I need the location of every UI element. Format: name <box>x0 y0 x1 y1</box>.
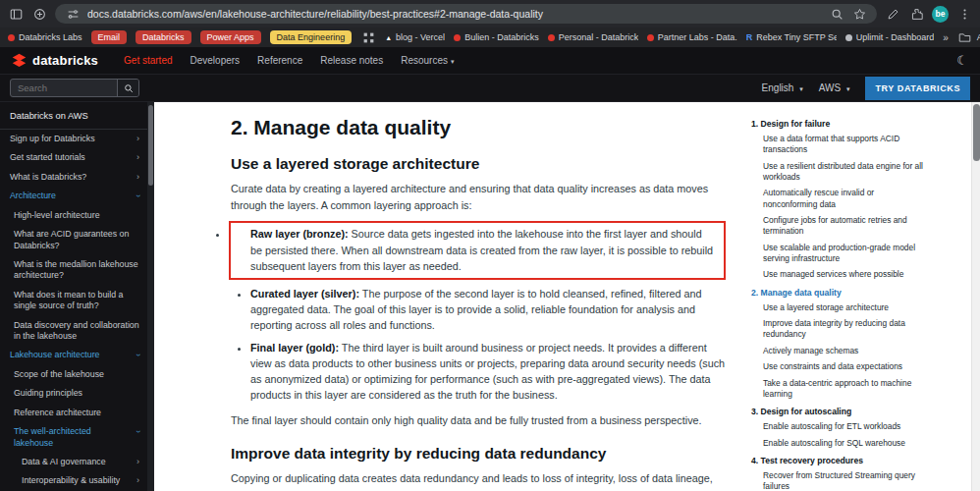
search-input[interactable] <box>11 80 117 96</box>
bookmark-partner-labs[interactable]: Partner Labs - Data... <box>647 32 737 42</box>
sidebar-item-lakehouse-architecture[interactable]: Lakehouse architecture› <box>0 346 147 364</box>
browser-window: docs.databricks.com/aws/en/lakehouse-arc… <box>0 0 980 491</box>
list-item-curated-layer: Curated layer (silver): The purpose of t… <box>250 286 726 334</box>
paragraph-intro: Curate data by creating a layered archit… <box>231 181 726 213</box>
bookmark-bulien-databricks[interactable]: Bulien - Databricks <box>454 32 539 42</box>
sidebar-item-guiding-principles[interactable]: Guiding principles <box>0 384 147 403</box>
page-body: Databricks on AWS Sign up for Databricks… <box>0 102 980 491</box>
sidebar-item-single-source-of-truth[interactable]: What does it mean to build a single sour… <box>0 286 147 316</box>
databricks-logo[interactable]: databricks <box>12 53 98 68</box>
site-nav: Get started Developers Reference Release… <box>124 55 454 66</box>
site-info-icon[interactable] <box>65 6 81 22</box>
toc-group-design-for-failure[interactable]: 1. Design for failure <box>751 119 924 129</box>
sidebar-item-get-started-tutorials[interactable]: Get started tutorials› <box>0 148 147 167</box>
language-selector[interactable]: English ▾ <box>762 82 803 93</box>
nav-get-started[interactable]: Get started <box>124 55 172 66</box>
sidebar-item-data-ai-governance[interactable]: Data & AI governance› <box>0 453 147 471</box>
sidebar-item-reference-architecture[interactable]: Reference architecture <box>0 404 147 422</box>
sidebar-item-well-architected-lakehouse[interactable]: The well-architected lakehouse› <box>0 422 147 453</box>
chevron-right-icon: › <box>136 475 139 486</box>
sidebar-item-architecture[interactable]: Architecture› <box>0 187 147 205</box>
toc-item[interactable]: Enable autoscaling for SQL warehouse <box>751 438 924 449</box>
nav-resources[interactable]: Resources▾ <box>401 55 454 66</box>
section-heading-layered-storage: Use a layered storage architecture <box>231 155 726 173</box>
list-item-final-layer: Final layer (gold): The third layer is b… <box>250 340 726 404</box>
cloud-selector[interactable]: AWS ▾ <box>819 82 850 93</box>
site-header: databricks Get started Developers Refere… <box>0 47 980 75</box>
sidebar-item-acid-guarantees[interactable]: What are ACID guarantees on Databricks? <box>0 225 147 255</box>
sidebar-scrollbar-thumb[interactable] <box>148 105 153 186</box>
toc-item[interactable]: Actively manage schemas <box>751 346 924 356</box>
bookmark-rebex-sftp[interactable]: R Rebex Tiny SFTP Ser... <box>746 32 837 42</box>
toc-item[interactable]: Use a resilient distributed data engine … <box>751 161 924 184</box>
nav-reference[interactable]: Reference <box>257 55 302 66</box>
search-icon[interactable] <box>829 6 844 22</box>
toc-item[interactable]: Automatically rescue invalid or nonconfo… <box>751 188 924 210</box>
nav-release-notes[interactable]: Release notes <box>320 55 383 66</box>
toc-item[interactable]: Improve data integrity by reducing data … <box>751 318 924 341</box>
favicon <box>454 34 461 41</box>
docs-toolbar: English ▾ AWS ▾ TRY DATABRICKS <box>0 75 980 102</box>
url-bar[interactable]: docs.databricks.com/aws/en/lakehouse-arc… <box>55 4 877 24</box>
chevron-right-icon: › <box>136 152 139 163</box>
sidebar-item-sign-up[interactable]: Sign up for Databricks› <box>0 130 147 148</box>
edit-pencil-icon[interactable] <box>885 6 900 22</box>
bookmark-uplimit-dashboard[interactable]: Uplimit - Dashboard <box>845 32 935 42</box>
sidebar-item-scope-of-lakehouse[interactable]: Scope of the lakehouse <box>0 365 147 384</box>
tab-group-data-engineering[interactable]: Data Engineering <box>270 30 353 44</box>
extensions-puzzle-icon[interactable] <box>908 6 924 22</box>
sidebar-item-medallion-architecture[interactable]: What is the medallion lakehouse architec… <box>0 255 147 286</box>
page-scrollbar[interactable] <box>971 102 980 491</box>
sidebar-item-interoperability-usability[interactable]: Interoperability & usability› <box>0 471 147 490</box>
favicon <box>845 34 852 41</box>
toc-group-manage-data-quality[interactable]: 2. Manage data quality <box>751 288 924 298</box>
menu-dots-icon[interactable] <box>956 6 972 22</box>
search-submit-button[interactable] <box>117 80 138 96</box>
bookmark-star-icon[interactable] <box>851 6 867 22</box>
databricks-logo-icon <box>12 53 27 68</box>
chevron-down-icon: › <box>133 430 143 433</box>
all-bookmarks-button[interactable]: All Bookmark... <box>957 29 980 45</box>
apps-grid-icon[interactable] <box>360 29 376 45</box>
browser-toolbar: docs.databricks.com/aws/en/lakehouse-arc… <box>0 0 980 27</box>
bookmark-personal-databricks[interactable]: Personal - Databrick... <box>548 32 638 42</box>
sidebar-item-what-is-databricks[interactable]: What is Databricks?› <box>0 168 147 187</box>
nav-developers[interactable]: Developers <box>191 55 241 66</box>
layer-list: Raw layer (bronze): Source data gets ing… <box>231 221 726 403</box>
paragraph-outro: The final layer should contain only high… <box>231 412 726 429</box>
tab-group-databricks[interactable]: Databricks <box>136 30 191 44</box>
profile-avatar[interactable]: be <box>932 6 949 23</box>
toc-item[interactable]: Use managed services where possible <box>751 269 924 280</box>
toc-item[interactable]: Use a data format that supports ACID tra… <box>751 134 924 156</box>
try-databricks-button[interactable]: TRY DATABRICKS <box>865 77 970 100</box>
toc-item[interactable]: Use constraints and data expectations <box>751 361 924 372</box>
sidebar-item-data-discovery[interactable]: Data discovery and collaboration in the … <box>0 316 147 347</box>
side-panel-icon[interactable] <box>8 6 24 22</box>
bookmarks-overflow-chevron[interactable]: » <box>943 32 949 43</box>
toc-item[interactable]: Use scalable and production-grade model … <box>751 243 924 265</box>
tab-group-power-apps[interactable]: Power Apps <box>200 30 261 44</box>
bookmark-databricks-labs[interactable]: Databricks Labs <box>8 32 82 42</box>
sidebar-scrollbar[interactable] <box>147 102 154 491</box>
toc-item[interactable]: Configure jobs for automatic retries and… <box>751 215 924 238</box>
sidebar-title: Databricks on AWS <box>0 104 147 130</box>
page-scrollbar-thumb[interactable] <box>973 104 980 161</box>
chevron-down-icon: ▾ <box>451 58 455 65</box>
chevron-down-icon: › <box>133 194 143 197</box>
favicon <box>548 34 555 41</box>
list-item-raw-layer: Raw layer (bronze): Source data gets ing… <box>229 221 726 280</box>
sidebar-item-high-level-architecture[interactable]: High-level architecture <box>0 206 147 225</box>
toc-item[interactable]: Enable autoscaling for ETL workloads <box>751 421 924 432</box>
toc-item[interactable]: Use a layered storage architecture <box>751 302 924 313</box>
toc-item[interactable]: Take a data-centric approach to machine … <box>751 378 924 401</box>
bookmark-blog-vercel[interactable]: ▲ blog - Vercel <box>385 32 445 42</box>
toc-item[interactable]: Recover from Structured Streaming query … <box>751 470 924 491</box>
dark-mode-toggle-icon[interactable]: ☾ <box>956 53 968 68</box>
tab-search-icon[interactable] <box>31 6 47 22</box>
tab-group-email[interactable]: Email <box>91 30 128 44</box>
chevron-down-icon: › <box>133 354 143 356</box>
toc-group-design-for-autoscaling[interactable]: 3. Design for autoscaling <box>751 407 924 416</box>
search-box <box>10 79 139 97</box>
favicon <box>647 34 654 41</box>
toc-group-test-recovery-procedures[interactable]: 4. Test recovery procedures <box>751 456 924 465</box>
